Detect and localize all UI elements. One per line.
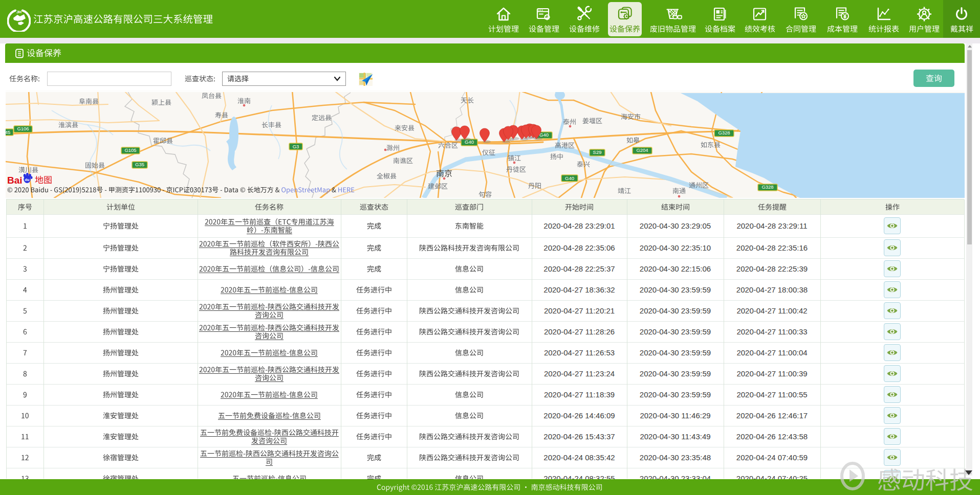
svg-text:G106: G106 <box>17 126 29 131</box>
svg-text:JH: JH <box>16 10 21 14</box>
svg-text:G35: G35 <box>135 162 144 167</box>
svg-text:G40: G40 <box>539 132 549 138</box>
svg-text:du: du <box>25 177 30 182</box>
svg-text:G328: G328 <box>761 184 773 190</box>
svg-text:G40: G40 <box>565 175 574 181</box>
svg-text:S29: S29 <box>593 149 602 155</box>
svg-text:G328: G328 <box>718 130 730 136</box>
svg-text:45: 45 <box>6 129 10 135</box>
svg-text:G3: G3 <box>293 144 299 149</box>
svg-text:G204: G204 <box>636 147 648 153</box>
svg-text:G105: G105 <box>124 147 136 153</box>
